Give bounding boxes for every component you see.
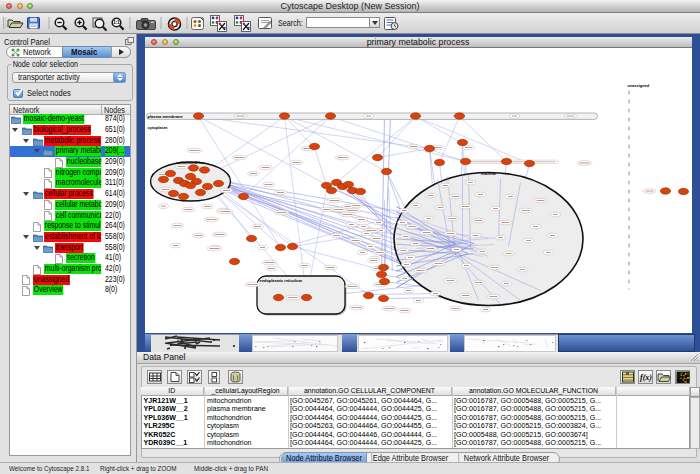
svg-text:cytoplasm: cytoplasm: [147, 124, 167, 129]
svg-text:plasma membrane: plasma membrane: [147, 114, 183, 119]
svg-text:nucleus: nucleus: [480, 171, 496, 176]
svg-text:endoplasmic reticulum: endoplasmic reticulum: [259, 277, 302, 282]
svg-text:unassigned: unassigned: [627, 83, 649, 88]
svg-text:f(x): f(x): [640, 373, 652, 382]
